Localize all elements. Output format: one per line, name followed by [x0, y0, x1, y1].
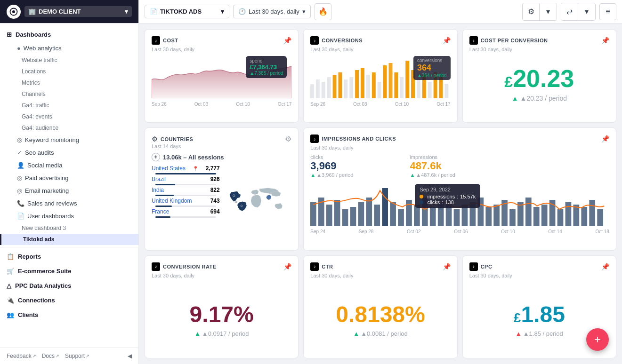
cost-card-header: ♪ COST 📌 [152, 36, 291, 45]
back-nav-icon[interactable]: ◀ [128, 353, 132, 359]
svg-rect-2 [310, 84, 314, 98]
conversions-chart-area: conversions 364 ▲364 / period [310, 56, 450, 116]
docs-label: Docs [42, 353, 55, 359]
sidebar-item-user-dashboards[interactable]: 📄 User dashboards [0, 210, 138, 222]
svg-rect-15 [383, 65, 387, 98]
svg-rect-47 [470, 202, 476, 226]
circle-icon: ● [17, 45, 21, 52]
cpc-conv-pin[interactable]: 📌 [601, 37, 609, 44]
support-link[interactable]: Support ↗ [65, 353, 89, 359]
cr-pin[interactable]: 📌 [283, 263, 291, 270]
dashboard-name: TIKTOKD ADS [160, 8, 202, 15]
cpc-pin[interactable]: 📌 [601, 263, 609, 270]
sales-label: Sales and reviews [27, 200, 77, 207]
sidebar-item-new-dashboard-3[interactable]: New dashboard 3 [0, 222, 138, 234]
menu-button[interactable]: ≡ [599, 3, 616, 20]
sidebar-item-website-traffic[interactable]: Website traffic [0, 55, 138, 66]
email-icon: ◎ [17, 187, 22, 194]
sidebar-item-seo-audits[interactable]: ✓ Seo audits [0, 146, 138, 159]
svg-rect-10 [355, 70, 359, 98]
sidebar-item-sales-reviews[interactable]: 📞 Sales and reviews [0, 197, 138, 210]
impressions-chart-area: Sep 29, 2022 impressions : 15.57k clicks… [310, 182, 609, 243]
flame-button[interactable]: 🔥 [315, 3, 331, 20]
sidebar-item-web-analytics[interactable]: ● Web analytics [0, 42, 138, 55]
settings-icon-btn[interactable]: ⚙ [523, 3, 540, 20]
reports-icon: 📋 [7, 253, 14, 260]
client-selector[interactable]: 🏢 DEMO CLIENT ▾ [24, 6, 132, 17]
sidebar-item-ecommerce[interactable]: 🛒 E-commerce Suite [0, 264, 138, 278]
feedback-link[interactable]: Feedback ↗ [7, 353, 36, 359]
add-filter-icon[interactable]: + [152, 153, 160, 161]
clock-icon: 🕐 [238, 8, 246, 15]
country-fr[interactable]: France [152, 208, 169, 215]
conv-change: ▲364 / period [417, 73, 447, 78]
sidebar-item-connections[interactable]: 🔌 Connections [0, 293, 138, 308]
tiktok-icon-cpc: ♪ [469, 262, 478, 271]
ctr-change: ▲ ▲0.0081 / period [353, 330, 407, 337]
svg-rect-50 [494, 205, 500, 226]
keyword-label: Keyword monitoring [25, 136, 79, 143]
sidebar-item-reports[interactable]: 📋 Reports [0, 249, 138, 264]
sidebar-item-locations[interactable]: Locations [0, 66, 138, 77]
seo-icon: ✓ [17, 149, 22, 156]
client-name: DEMO CLIENT [39, 8, 81, 15]
location-icon-us: 📍 [193, 166, 198, 171]
conversions-header: ♪ CONVERSIONS 📌 [310, 36, 450, 45]
dashboard-selector[interactable]: 📄 TIKTOKD ADS ▾ [145, 5, 229, 18]
impressions-title: IMPRESSIONS AND CLICKS [322, 136, 396, 142]
docs-link[interactable]: Docs ↗ [42, 353, 59, 359]
sidebar-item-email-marketing[interactable]: ◎ Email marketing [0, 184, 138, 197]
svg-rect-21 [417, 79, 420, 98]
sidebar-item-social-media[interactable]: 👤 Social media [0, 159, 138, 172]
clients-icon: 👥 [7, 311, 14, 318]
sidebar-item-ga4-events[interactable]: Ga4: events [0, 111, 138, 122]
keyword-icon: ◎ [17, 136, 22, 143]
svg-rect-43 [438, 202, 444, 226]
svg-rect-4 [322, 82, 325, 98]
sidebar-item-paid-advertising[interactable]: ◎ Paid advertising [0, 172, 138, 184]
conv-pin-icon[interactable]: 📌 [443, 37, 451, 44]
country-uk[interactable]: United Kingdom [152, 198, 192, 204]
date-range-label: Last 30 days, daily [249, 8, 299, 15]
countries-gear-icon[interactable]: ⚙ [152, 135, 158, 143]
country-us[interactable]: United States [152, 165, 186, 172]
svg-rect-14 [378, 82, 381, 98]
sidebar-item-ga4-audience[interactable]: Ga4: audience [0, 122, 138, 134]
count-uk: 743 [210, 198, 220, 204]
svg-rect-9 [350, 77, 354, 98]
sidebar-item-tiktokd-ads[interactable]: Tiktokd ads [0, 234, 138, 245]
settings-dropdown-btn[interactable]: ▾ [540, 3, 557, 20]
sidebar-item-keyword-monitoring[interactable]: ◎ Keyword monitoring [0, 134, 138, 146]
us-pin [233, 195, 234, 197]
country-in[interactable]: India [152, 187, 164, 193]
svg-rect-13 [372, 72, 376, 98]
share-icon-btn[interactable]: ⇄ [561, 3, 578, 20]
country-br[interactable]: Brazil [152, 176, 166, 182]
sidebar-item-metrics[interactable]: Metrics [0, 77, 138, 88]
svg-point-1 [12, 10, 15, 13]
svg-rect-37 [390, 202, 396, 226]
country-row-us: United States 📍 2,777 [152, 165, 220, 172]
sidebar-item-dashboards[interactable]: ⊞ Dashboards [0, 27, 138, 42]
world-map-svg [224, 166, 292, 242]
sidebar-item-channels[interactable]: Channels [0, 88, 138, 100]
svg-rect-17 [395, 72, 398, 98]
svg-rect-31 [342, 209, 348, 226]
cpc-header: ♪ CPC 📌 [469, 262, 609, 271]
countries-settings-icon[interactable]: ⚙ [285, 135, 291, 143]
cost-card: ♪ COST 📌 Last 30 days, daily spend £7,36… [145, 29, 299, 123]
countries-total: + 13.06k – All sessions [152, 153, 291, 161]
cost-pin-icon[interactable]: 📌 [283, 37, 291, 44]
sidebar-item-ppc[interactable]: △ PPC Data Analytics [0, 278, 138, 293]
tiktok-icon-ctr: ♪ [310, 262, 319, 271]
ctr-pin[interactable]: 📌 [443, 263, 451, 270]
sidebar-item-ga4-traffic[interactable]: Ga4: traffic [0, 100, 138, 111]
date-selector[interactable]: 🕐 Last 30 days, daily ▾ [233, 5, 311, 18]
svg-rect-52 [509, 209, 516, 226]
sidebar-item-clients[interactable]: 👥 Clients [0, 308, 138, 322]
share-dropdown-btn[interactable]: ▾ [578, 3, 595, 20]
countries-header: ⚙ COUNTRIES ⚙ [152, 135, 291, 143]
social-icon: 👤 [17, 162, 24, 169]
imp-pin-icon[interactable]: 📌 [601, 135, 609, 142]
add-fab-button[interactable]: + [586, 328, 609, 351]
